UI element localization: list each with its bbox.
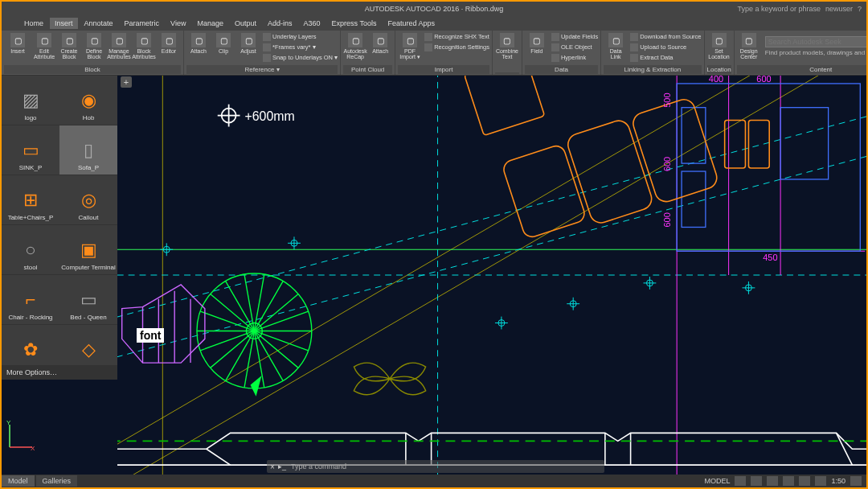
ribbon-small-button[interactable]: Recognize SHX Text — [424, 31, 489, 42]
palette-item[interactable]: ◎Callout — [59, 175, 117, 225]
ribbon-group-label: Data — [525, 65, 598, 74]
menu-tab-insert[interactable]: Insert — [50, 18, 78, 29]
ribbon-icon: ▢ — [403, 33, 417, 47]
palette-item[interactable]: ▭SINK_P — [2, 125, 59, 175]
menu-tab-parametric[interactable]: Parametric — [120, 18, 165, 29]
palette-item[interactable]: ○stool — [2, 225, 59, 275]
block-thumb-icon: ◇ — [72, 336, 104, 364]
menu-tab-annotate[interactable]: Annotate — [80, 18, 118, 29]
palette-item[interactable]: ✿Plant - Rubber… — [2, 325, 59, 365]
tab-model[interactable]: Model — [2, 475, 35, 487]
svg-text:400: 400 — [709, 76, 723, 84]
seek-search-input[interactable] — [765, 36, 868, 47]
more-options[interactable]: More Options… — [2, 365, 117, 380]
ribbon-button[interactable]: ▢Set Location — [707, 31, 731, 65]
palette-item-label: logo — [3, 114, 58, 121]
svg-line-53 — [211, 294, 255, 331]
ribbon-icon: ▢ — [87, 33, 101, 47]
menu-tab-add-ins[interactable]: Add-ins — [263, 18, 297, 29]
ribbon-group-label: Reference ▾ — [186, 65, 338, 74]
tab-galleries[interactable]: Galleries — [36, 475, 78, 487]
ribbon-small-button[interactable]: Hyperlink — [551, 52, 598, 63]
ribbon-button[interactable]: ▢Insert — [4, 31, 31, 65]
ribbon-small-button[interactable]: Snap to Underlays ON ▾ — [263, 52, 338, 63]
palette-item[interactable]: ⊞Table+Chairs_P — [2, 175, 59, 225]
palette-item[interactable]: ▯Sofa_P — [59, 125, 117, 175]
palette-item[interactable]: ▣Computer Terminal — [59, 225, 117, 275]
command-prompt[interactable]: Type a command — [286, 462, 346, 471]
ribbon-button[interactable]: ▢PDF Import ▾ — [398, 31, 422, 65]
ribbon-group-8: ▢Design CenterFind product models, drawi… — [735, 31, 868, 75]
svg-rect-37 — [465, 76, 545, 135]
menu-tab-featured-apps[interactable]: Featured Apps — [383, 18, 440, 29]
ribbon-small-button[interactable]: Extract Data — [630, 52, 701, 63]
ribbon-small-button[interactable]: Update Fields — [551, 31, 598, 42]
ribbon-group-0: ▢Insert▢Edit Attribute▢Create Block▢Defi… — [2, 31, 184, 75]
ribbon-small-button[interactable]: Upload to Source — [630, 42, 701, 52]
ribbon-small-button[interactable]: *Frames vary* ▾ — [263, 42, 338, 52]
help-icon[interactable]: ? — [858, 5, 862, 13]
ribbon-small-button[interactable]: OLE Object — [551, 42, 598, 52]
ribbon-button[interactable]: ▢Attach — [368, 31, 392, 65]
ribbon-button[interactable]: ▢Design Center — [737, 31, 761, 65]
palette-item[interactable]: ◉Hob — [59, 76, 117, 125]
ribbon-button[interactable]: ▢Clip — [211, 31, 235, 65]
dim-overlay: +600mm — [244, 109, 294, 123]
snap-toggle-icon[interactable] — [751, 476, 762, 486]
customize-icon[interactable] — [850, 476, 862, 486]
search-hint[interactable]: Type a keyword or phrase — [737, 5, 821, 13]
ribbon-group-5: ▢FieldUpdate FieldsOLE ObjectHyperlinkDa… — [522, 31, 601, 75]
menu-tab-output[interactable]: Output — [230, 18, 261, 29]
ribbon-button[interactable]: ▢Field — [525, 31, 549, 65]
ribbon-button[interactable]: ▢Combine Text — [495, 31, 519, 65]
svg-text:X: X — [31, 445, 35, 452]
status-bar: Model Galleries MODEL 1:50 — [2, 475, 866, 487]
ribbon-icon: ▢ — [37, 33, 51, 47]
grid-toggle-icon[interactable] — [735, 476, 746, 486]
palette-item[interactable]: ▭Bed - Queen — [59, 275, 117, 325]
ribbon-icon: ▢ — [162, 33, 176, 47]
drawing-svg[interactable]: +600mm 500 600 600 400 600 450 — [117, 76, 866, 475]
ribbon-button[interactable]: ▢Block Attributes — [132, 31, 156, 65]
svg-text:Y: Y — [6, 420, 11, 426]
ribbon-button[interactable]: ▢Define Block — [82, 31, 106, 65]
ribbon-button[interactable]: ▢Autodesk ReCap — [343, 31, 367, 65]
drawing-canvas[interactable]: +600mm 500 600 600 400 600 450 font — [117, 76, 866, 475]
svg-rect-31 — [682, 108, 706, 163]
ribbon-icon: ▢ — [742, 33, 756, 47]
palette-item[interactable]: ◇Exercise Bike — [59, 325, 117, 365]
svg-line-43 — [254, 331, 308, 350]
menu-tab-a360[interactable]: A360 — [299, 18, 326, 29]
ribbon-button[interactable]: ▢Editor — [157, 31, 181, 65]
ribbon-group-label — [495, 72, 519, 74]
lwt-toggle-icon[interactable] — [815, 476, 826, 486]
palette-item[interactable]: ⌐Chair - Rocking — [2, 275, 59, 325]
osnap-toggle-icon[interactable] — [799, 476, 810, 486]
polar-toggle-icon[interactable] — [783, 476, 794, 486]
status-model-label[interactable]: MODEL — [704, 477, 730, 485]
menu-tab-express-tools[interactable]: Express Tools — [327, 18, 382, 29]
tool-palette[interactable]: ▨logo◉Hob▭SINK_P▯Sofa_P⊞Table+Chairs_P◎C… — [2, 76, 117, 380]
palette-item-label: SINK_P — [3, 164, 58, 171]
ribbon-small-button[interactable]: Underlay Layers — [263, 31, 338, 42]
block-thumb-icon: ▯ — [72, 137, 104, 164]
palette-item[interactable]: ▨logo — [2, 76, 59, 125]
user-name[interactable]: newuser — [825, 5, 853, 13]
menu-tab-view[interactable]: View — [166, 18, 190, 29]
ortho-toggle-icon[interactable] — [767, 476, 778, 486]
svg-line-0 — [117, 76, 866, 466]
ribbon-icon: ▢ — [191, 33, 206, 47]
ribbon-button[interactable]: ▢Attach — [186, 31, 211, 65]
ribbon-button[interactable]: ▢Data Link — [604, 31, 628, 65]
ribbon-button[interactable]: ▢Create Block — [57, 31, 81, 65]
ribbon-small-button[interactable]: Recognition Settings — [424, 42, 489, 52]
ribbon-button[interactable]: ▢Manage Attributes — [107, 31, 131, 65]
menu-tab-manage[interactable]: Manage — [192, 18, 228, 29]
ribbon-small-button[interactable]: Download from Source — [630, 31, 701, 42]
ribbon-button[interactable]: ▢Edit Attribute — [32, 31, 56, 65]
ribbon-button[interactable]: ▢Adjust — [236, 31, 260, 65]
ribbon-group-label: Linking & Extraction — [604, 65, 701, 74]
command-line[interactable]: × ▸_ Type a command — [267, 460, 604, 473]
close-icon[interactable]: × — [267, 462, 278, 471]
menu-tab-home[interactable]: Home — [19, 18, 48, 29]
